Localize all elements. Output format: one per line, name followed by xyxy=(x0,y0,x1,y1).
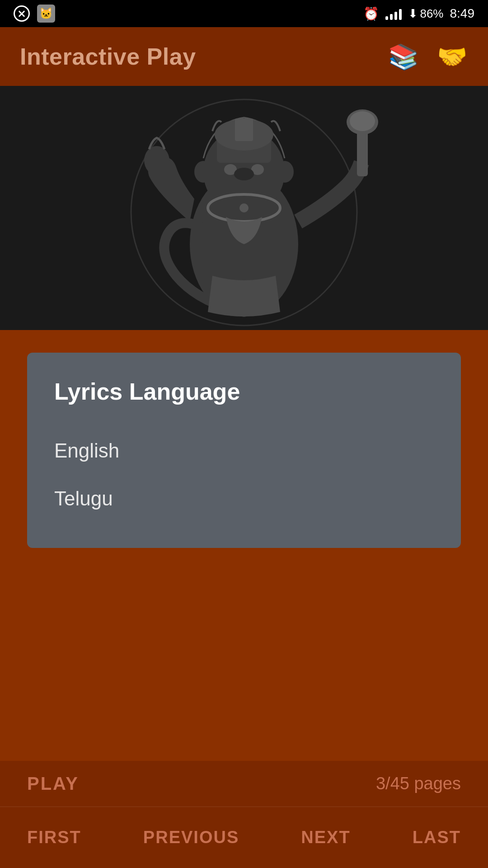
svg-point-10 xyxy=(276,161,294,183)
language-dialog: Lyrics Language English Telugu xyxy=(27,353,461,548)
play-button[interactable]: PLAY xyxy=(27,774,79,794)
app-title: Interactive Play xyxy=(20,43,196,70)
svg-point-16 xyxy=(350,111,375,131)
svg-point-12 xyxy=(239,203,249,212)
handshake-button[interactable]: 🤝 xyxy=(436,40,468,73)
main-content: Lyrics Language English Telugu xyxy=(0,330,488,571)
app-bar: Interactive Play 📚 🤝 xyxy=(0,27,488,86)
battery-percentage: 86% xyxy=(420,7,443,21)
bottom-bar-top: PLAY 3/45 pages xyxy=(0,761,488,807)
status-left-icons: 🐱 xyxy=(14,5,55,23)
svg-point-13 xyxy=(144,146,169,175)
first-button[interactable]: FIRST xyxy=(27,823,81,852)
hero-image xyxy=(0,86,488,330)
page-count: 3/45 pages xyxy=(376,774,461,793)
app-bar-icons: 📚 🤝 xyxy=(387,40,468,73)
svg-point-9 xyxy=(194,161,212,183)
download-icon: ⬇ xyxy=(408,7,418,21)
status-right-icons: ⏰ ⬇ 86% 8:49 xyxy=(363,6,474,21)
x-circle-icon xyxy=(14,5,30,22)
time-display: 8:49 xyxy=(450,6,475,21)
svg-point-8 xyxy=(234,168,254,180)
battery-indicator: ⬇ 86% xyxy=(408,7,443,21)
next-button[interactable]: NEXT xyxy=(301,823,350,852)
previous-button[interactable]: PREVIOUS xyxy=(143,823,239,852)
hanuman-illustration xyxy=(41,86,447,330)
bottom-bar: PLAY 3/45 pages FIRST PREVIOUS NEXT LAST xyxy=(0,761,488,868)
book-icon: 📚 xyxy=(388,42,418,71)
last-button[interactable]: LAST xyxy=(413,823,461,852)
signal-bars-icon xyxy=(385,7,402,20)
option-english[interactable]: English xyxy=(54,427,434,475)
dialog-title: Lyrics Language xyxy=(54,378,434,405)
alarm-icon: ⏰ xyxy=(363,6,379,21)
option-telugu[interactable]: Telugu xyxy=(54,475,434,523)
svg-rect-5 xyxy=(235,118,253,141)
status-bar: 🐱 ⏰ ⬇ 86% 8:49 xyxy=(0,0,488,27)
handshake-icon: 🤝 xyxy=(437,42,467,71)
book-button[interactable]: 📚 xyxy=(387,40,419,73)
bottom-bar-nav: FIRST PREVIOUS NEXT LAST xyxy=(0,807,488,868)
cat-icon: 🐱 xyxy=(37,5,55,23)
